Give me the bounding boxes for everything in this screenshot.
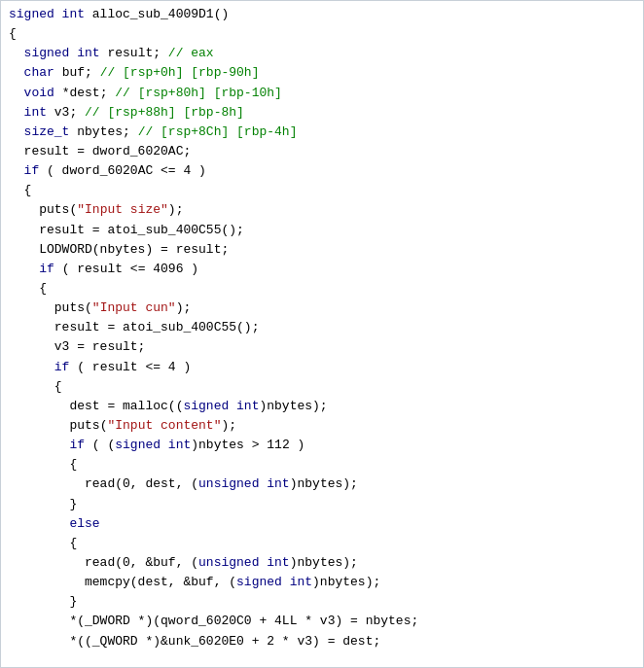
code-line: signed int result; // eax xyxy=(1,44,643,63)
code-token: *((_QWORD *)&unk_6020E0 + 2 * v3) = dest… xyxy=(9,634,380,649)
code-token: result = atoi_sub_400C55(); xyxy=(9,223,244,237)
code-token: v3; xyxy=(47,105,85,120)
code-token: if xyxy=(69,438,85,452)
code-token: // [rsp+80h] [rbp-10h] xyxy=(115,86,282,100)
code-line: { xyxy=(1,534,643,553)
code-line: } xyxy=(1,495,643,514)
code-line: size_t nbytes; // [rsp+8Ch] [rbp-4h] xyxy=(1,123,643,142)
code-token: ); xyxy=(221,418,236,433)
code-token: "Input cun" xyxy=(92,300,176,315)
code-token: read(0, &buf, ( xyxy=(9,555,198,570)
code-line: { xyxy=(1,279,643,299)
code-token xyxy=(9,202,39,217)
code-line: *((_QWORD *)&unk_6020E0 + 2 * v3) = dest… xyxy=(1,632,643,651)
code-line: { xyxy=(1,377,643,397)
code-token: else xyxy=(69,516,99,531)
code-token xyxy=(9,300,54,315)
code-line: v3 = result; xyxy=(1,337,643,357)
code-token: buf; xyxy=(54,65,100,80)
code-token: ( result <= 4 ) xyxy=(69,360,191,374)
code-line: signed int alloc_sub_4009D1() xyxy=(1,5,643,24)
code-line: if ( result <= 4 ) xyxy=(1,358,643,377)
code-token: // [rsp+0h] [rbp-90h] xyxy=(100,65,260,80)
code-line: dest = malloc((signed int)nbytes); xyxy=(1,397,643,416)
code-token: puts( xyxy=(39,202,77,217)
code-token: memcpy(dest, &buf, ( xyxy=(9,575,236,589)
code-token: unsigned int xyxy=(198,555,290,570)
code-token: ( result <= 4096 ) xyxy=(54,262,198,276)
code-token: signed xyxy=(24,46,78,60)
code-token: // eax xyxy=(168,46,214,60)
code-token: *(_DWORD *)(qword_6020C0 + 4LL * v3) = n… xyxy=(9,614,418,628)
code-line: puts("Input size"); xyxy=(1,200,643,220)
code-token: ( ( xyxy=(85,438,115,452)
code-line: *(_DWORD *)(qword_6020C0 + 4LL * v3) = n… xyxy=(1,612,643,631)
code-token: )nbytes); xyxy=(259,399,327,413)
code-token: { xyxy=(9,281,47,296)
code-token: )nbytes); xyxy=(290,555,358,570)
code-token: void xyxy=(24,86,54,100)
code-token: signed xyxy=(9,7,62,21)
code-token: int xyxy=(77,46,99,60)
code-token xyxy=(9,438,69,452)
code-line: read(0, &buf, (unsigned int)nbytes); xyxy=(1,553,643,573)
code-line: if ( (signed int)nbytes > 112 ) xyxy=(1,436,643,455)
code-token xyxy=(9,86,24,100)
code-line: result = dword_6020AC; xyxy=(1,142,643,161)
code-token: *dest; xyxy=(54,86,115,100)
code-token: int xyxy=(24,105,47,120)
code-line: { xyxy=(1,455,643,475)
code-token: )nbytes); xyxy=(290,476,358,491)
code-token: nbytes; xyxy=(69,124,137,139)
code-line: char buf; // [rsp+0h] [rbp-90h] xyxy=(1,63,643,83)
code-token: size_t xyxy=(24,124,70,139)
code-token xyxy=(9,105,24,120)
code-token: result; xyxy=(100,46,168,60)
code-token: puts( xyxy=(69,418,107,433)
code-token: "Input size" xyxy=(77,202,168,217)
code-token: result = dword_6020AC; xyxy=(9,144,191,158)
code-token: result = atoi_sub_400C55(); xyxy=(9,320,259,334)
code-token: )nbytes > 112 ) xyxy=(191,438,304,452)
code-token: puts( xyxy=(54,300,92,315)
code-token: char xyxy=(24,65,54,80)
code-line: void *dest; // [rsp+80h] [rbp-10h] xyxy=(1,84,643,103)
code-token: signed int xyxy=(115,438,191,452)
code-token: signed int xyxy=(183,399,259,413)
code-line: result = atoi_sub_400C55(); xyxy=(1,318,643,337)
code-token: if xyxy=(39,262,54,276)
code-line: puts("Input content"); xyxy=(1,416,643,436)
code-line: read(0, dest, (unsigned int)nbytes); xyxy=(1,475,643,494)
code-token: ( dword_6020AC <= 4 ) xyxy=(39,163,206,178)
code-line: puts("Input cun"); xyxy=(1,299,643,318)
code-line: int v3; // [rsp+88h] [rbp-8h] xyxy=(1,103,643,123)
code-line: else xyxy=(1,514,643,534)
code-token xyxy=(9,360,54,374)
code-token: { xyxy=(9,26,17,41)
code-line: } xyxy=(1,592,643,612)
code-token: } xyxy=(9,497,77,511)
code-token xyxy=(9,516,69,531)
code-token: "Input content" xyxy=(107,418,221,433)
code-token: // [rsp+8Ch] [rbp-4h] xyxy=(138,124,298,139)
code-token: read(0, dest, ( xyxy=(9,476,198,491)
code-token: { xyxy=(9,183,31,197)
code-line: if ( result <= 4096 ) xyxy=(1,260,643,279)
code-token: if xyxy=(24,163,40,178)
code-token: { xyxy=(9,457,77,472)
code-line: { xyxy=(1,181,643,200)
code-line: LODWORD(nbytes) = result; xyxy=(1,240,643,260)
code-token: dest = malloc(( xyxy=(9,399,183,413)
code-token: )nbytes); xyxy=(312,575,380,589)
code-token: LODWORD(nbytes) = result; xyxy=(9,242,229,257)
code-token: if xyxy=(54,360,70,374)
code-token: int xyxy=(62,7,85,21)
code-token: signed int xyxy=(236,575,312,589)
code-token: ); xyxy=(176,300,192,315)
code-token: { xyxy=(9,536,77,550)
code-token: } xyxy=(9,594,77,609)
code-token: // [rsp+88h] [rbp-8h] xyxy=(85,105,244,120)
code-token xyxy=(9,418,69,433)
code-token: v3 = result; xyxy=(9,339,145,354)
code-line: if ( dword_6020AC <= 4 ) xyxy=(1,161,643,181)
